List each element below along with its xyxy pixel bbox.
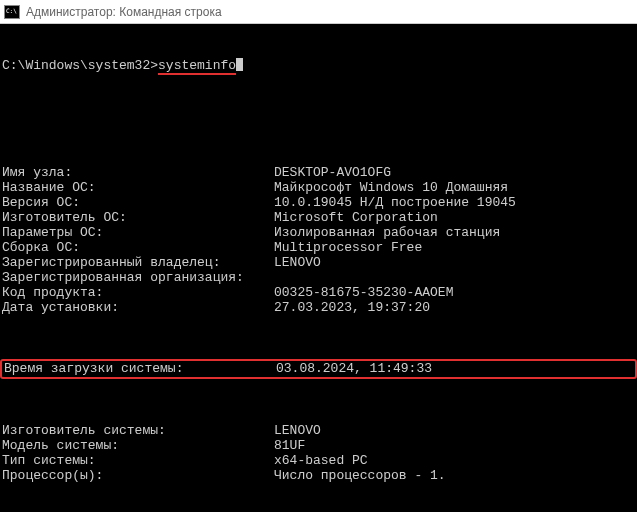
info-label: Сборка ОС: [2, 240, 274, 255]
info-row: Код продукта:00325-81675-35230-AAOEM [2, 285, 635, 300]
info-value: Изолированная рабочая станция [274, 225, 500, 240]
info-label: Имя узла: [2, 165, 274, 180]
info-label: Код продукта: [2, 285, 274, 300]
info-value: LENOVO [274, 423, 321, 438]
window-titlebar[interactable]: Администратор: Командная строка [0, 0, 637, 24]
command-text: systeminfo [158, 58, 236, 75]
info-row: Процессор(ы):Число процессоров - 1. [2, 468, 635, 483]
window-title: Администратор: Командная строка [26, 5, 222, 19]
info-value: 81UF [274, 438, 305, 453]
info-label: Параметры ОС: [2, 225, 274, 240]
info-row: Дата установки:27.03.2023, 19:37:20 [2, 300, 635, 315]
info-value: Майкрософт Windows 10 Домашняя [274, 180, 508, 195]
info-label: Время загрузки системы: [4, 361, 276, 376]
info-value: Multiprocessor Free [274, 240, 422, 255]
text-cursor [236, 58, 243, 71]
info-value: 00325-81675-35230-AAOEM [274, 285, 453, 300]
info-label: Изготовитель системы: [2, 423, 274, 438]
info-row: Сборка ОС:Multiprocessor Free [2, 240, 635, 255]
terminal-output[interactable]: C:\Windows\system32>systeminfo Имя узла:… [0, 24, 637, 512]
info-label: Версия ОС: [2, 195, 274, 210]
info-value: 03.08.2024, 11:49:33 [276, 361, 432, 376]
info-label: Процессор(ы): [2, 468, 274, 483]
info-value: Число процессоров - 1. [274, 468, 446, 483]
info-row: Изготовитель ОС:Microsoft Corporation [2, 210, 635, 225]
info-row: Зарегистрированный владелец:LENOVO [2, 255, 635, 270]
info-row: Модель системы:81UF [2, 438, 635, 453]
prompt-line: C:\Windows\system32>systeminfo [2, 58, 635, 75]
info-label: Зарегистрированный владелец: [2, 255, 274, 270]
info-value: Microsoft Corporation [274, 210, 438, 225]
prompt-path: C:\Windows\system32> [2, 58, 158, 75]
cmd-icon [4, 5, 20, 19]
info-label: Название ОС: [2, 180, 274, 195]
info-value: 27.03.2023, 19:37:20 [274, 300, 430, 315]
info-row: Версия ОС:10.0.19045 Н/Д построение 1904… [2, 195, 635, 210]
info-row: Имя узла:DESKTOP-AVO1OFG [2, 165, 635, 180]
info-label: Дата установки: [2, 300, 274, 315]
info-label: Модель системы: [2, 438, 274, 453]
info-value: LENOVO [274, 255, 321, 270]
info-label: Тип системы: [2, 453, 274, 468]
info-value: 10.0.19045 Н/Д построение 19045 [274, 195, 516, 210]
boot-time-row: Время загрузки системы:03.08.2024, 11:49… [0, 359, 637, 379]
info-value: DESKTOP-AVO1OFG [274, 165, 391, 180]
info-row: Название ОС:Майкрософт Windows 10 Домашн… [2, 180, 635, 195]
info-row: Зарегистрированная организация: [2, 270, 635, 285]
info-label: Зарегистрированная организация: [2, 270, 274, 285]
info-label: Изготовитель ОС: [2, 210, 274, 225]
info-row: Изготовитель системы:LENOVO [2, 423, 635, 438]
info-row: Тип системы:x64-based PC [2, 453, 635, 468]
info-value: x64-based PC [274, 453, 368, 468]
info-row: Параметры ОС:Изолированная рабочая станц… [2, 225, 635, 240]
